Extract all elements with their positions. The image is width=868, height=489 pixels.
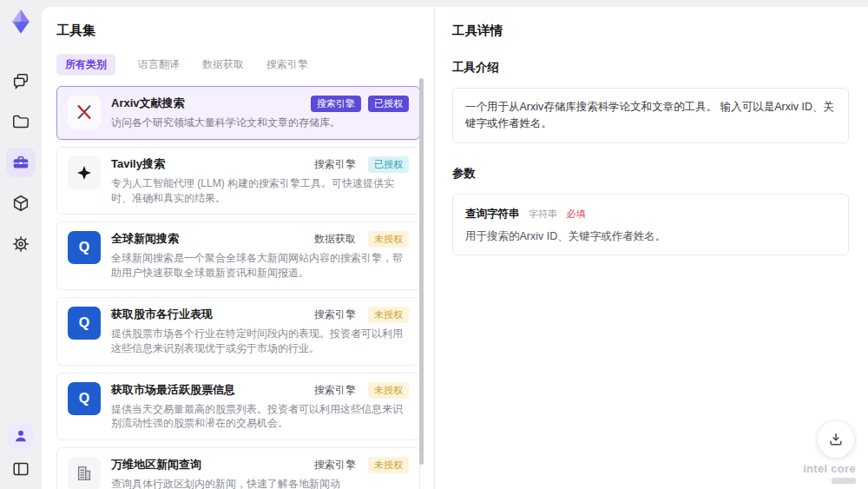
param-required-flag: 必填: [566, 208, 585, 219]
building-icon: [68, 457, 101, 489]
tavily-star-icon: [68, 156, 101, 189]
param-type: 字符串: [529, 208, 557, 219]
tool-name: Arxiv文献搜索: [111, 96, 185, 111]
folder-icon: [11, 112, 30, 131]
toolbox-icon: [11, 153, 30, 172]
tool-name: 获取股市各行业表现: [111, 307, 213, 322]
tab-all-categories[interactable]: 所有类别: [56, 54, 115, 76]
tool-list-panel: 工具集 所有类别 语言翻译 数据获取 搜索引擎: [42, 7, 434, 489]
sidebar-item-tools[interactable]: [6, 148, 36, 177]
app-logo-icon: [6, 7, 36, 36]
app-window: 工具集 所有类别 语言翻译 数据获取 搜索引擎: [0, 0, 868, 489]
auth-status-badge: 未授权: [368, 231, 409, 248]
tool-card-arxiv[interactable]: Arxiv文献搜索 搜索引擎 已授权 访问各个研究领域大量科学论文和文章的存储库…: [56, 86, 420, 140]
category-badge: 搜索引擎: [311, 96, 361, 112]
auth-status-badge: 未授权: [368, 307, 409, 323]
auth-status-badge: 已授权: [368, 156, 409, 173]
tool-description: 专为人工智能代理 (LLM) 构建的搜索引擎工具。可快速提供实时、准确和真实的结…: [111, 176, 409, 206]
rail-nav: [6, 66, 36, 259]
tool-name: 全球新闻搜索: [111, 231, 179, 247]
cube-icon: [11, 194, 30, 213]
left-nav-rail: [0, 0, 42, 489]
q-news-icon: Q: [68, 231, 101, 264]
sidebar-item-files[interactable]: [6, 107, 36, 136]
tool-card-tavily[interactable]: Tavily搜索 搜索引擎 已授权 专为人工智能代理 (LLM) 构建的搜索引擎…: [56, 147, 420, 215]
tool-card-global-news[interactable]: Q 全球新闻搜索 数据获取 未授权 全球新闻搜索是一个聚合全球各大新闻网站内容的…: [56, 221, 420, 290]
auth-status-badge: 已授权: [368, 96, 409, 112]
q-news-icon: Q: [68, 382, 101, 415]
sidebar-item-account[interactable]: [8, 423, 34, 449]
panel-toggle-icon: [11, 459, 30, 479]
core-badge: [832, 478, 856, 484]
sidebar-item-chat[interactable]: [6, 66, 36, 96]
category-label: 数据获取: [314, 232, 356, 247]
gear-icon: [11, 235, 30, 254]
auth-status-badge: 未授权: [368, 457, 409, 473]
tool-list: Arxiv文献搜索 搜索引擎 已授权 访问各个研究领域大量科学论文和文章的存储库…: [56, 86, 420, 489]
parameter-card: 查询字符串 字符串 必填 用于搜索的Arxiv ID、关键字或作者姓名。: [452, 194, 849, 255]
tool-name: 获取市场最活跃股票信息: [111, 382, 235, 398]
category-label: 搜索引擎: [314, 307, 356, 322]
tab-data-acquisition[interactable]: 数据获取: [202, 57, 244, 72]
param-description: 用于搜索的Arxiv ID、关键字或作者姓名。: [465, 229, 836, 244]
sidebar-item-settings[interactable]: [6, 229, 36, 259]
chat-icon: [11, 71, 30, 90]
tool-intro-text: 一个用于从Arxiv存储库搜索科学论文和文章的工具。 输入可以是Arxiv ID…: [452, 88, 849, 143]
details-title: 工具详情: [452, 23, 849, 39]
q-news-icon: Q: [68, 307, 101, 340]
intro-heading: 工具介绍: [452, 60, 849, 76]
tool-description: 访问各个研究领域大量科学论文和文章的存储库。: [111, 116, 409, 130]
tool-description: 提供股票市场各个行业在特定时间段内的表现。投资者可以利用这些信息来识别表现优于或…: [111, 327, 409, 356]
arxiv-icon: [68, 96, 101, 129]
page-title: 工具集: [56, 23, 434, 39]
tool-name: Tavily搜索: [111, 156, 165, 172]
category-label: 搜索引擎: [314, 383, 356, 398]
tool-card-regional-news[interactable]: 万维地区新闻查询 搜索引擎 未授权 查询具体行政区划内的新闻，快速了解各地新闻动: [56, 447, 420, 489]
tool-description: 查询具体行政区划内的新闻，快速了解各地新闻动: [111, 477, 409, 489]
tool-card-sector-performance[interactable]: Q 获取股市各行业表现 搜索引擎 未授权 提供股票市场各个行业在特定时间段内的表…: [56, 297, 420, 366]
tab-search-engine[interactable]: 搜索引擎: [266, 57, 308, 72]
category-label: 搜索引擎: [314, 157, 356, 172]
intel-core-logo: intel core: [803, 460, 856, 484]
brand-text: intel core: [803, 462, 856, 475]
tool-details-panel: 工具详情 工具介绍 一个用于从Arxiv存储库搜索科学论文和文章的工具。 输入可…: [434, 7, 868, 489]
tool-description: 全球新闻搜索是一个聚合全球各大新闻网站内容的搜索引擎，帮助用户快速获取全球最新资…: [111, 251, 409, 281]
category-label: 搜索引擎: [314, 458, 356, 472]
list-scrollbar[interactable]: [419, 78, 424, 465]
auth-status-badge: 未授权: [368, 382, 409, 399]
param-name: 查询字符串: [465, 208, 520, 220]
sidebar-item-models[interactable]: [6, 188, 36, 218]
category-tabs: 所有类别 语言翻译 数据获取 搜索引擎: [56, 54, 434, 76]
tab-language-translation[interactable]: 语言翻译: [138, 57, 180, 72]
params-heading: 参数: [452, 166, 849, 182]
tool-card-active-stocks[interactable]: Q 获取市场最活跃股票信息 搜索引擎 未授权 提供当天交易量最高的股票列表。投资…: [56, 373, 420, 441]
download-button[interactable]: [818, 421, 854, 458]
download-icon: [827, 431, 845, 448]
tool-name: 万维地区新闻查询: [111, 457, 201, 472]
main-content: 工具集 所有类别 语言翻译 数据获取 搜索引擎: [42, 7, 868, 489]
user-icon: [12, 427, 30, 445]
rail-bottom: [6, 423, 36, 484]
tool-description: 提供当天交易量最高的股票列表。投资者可以利用这些信息来识别流动性强的股票和潜在的…: [111, 402, 409, 432]
sidebar-item-collapse[interactable]: [6, 454, 36, 484]
